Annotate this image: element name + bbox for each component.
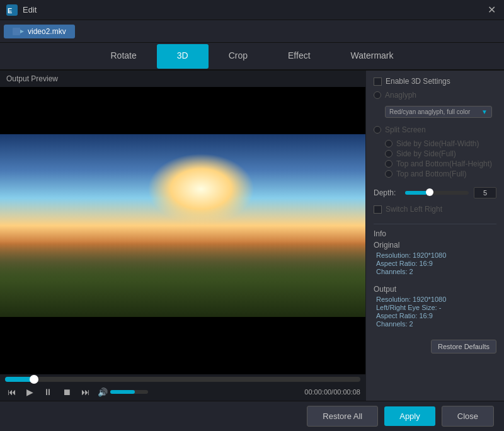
output-eye-size: Left/Right Eye Size: - [374, 304, 496, 311]
file-tab-label: video2.mkv [28, 27, 66, 36]
video-image [0, 134, 365, 317]
video-black-top [0, 87, 365, 134]
split-option-3-row: Top and Bottom(Half-Height) [385, 159, 496, 168]
main-content: Output Preview ⏮ ▶ ⏸ ⏹ ⏭ 🔊 [0, 71, 504, 401]
split-option-4-radio[interactable] [385, 170, 392, 178]
output-preview-label: Output Preview [0, 71, 365, 87]
split-option-2-label: Side by Side(Full) [396, 149, 456, 158]
video-black-bottom [0, 317, 365, 374]
original-resolution: Resolution: 1920*1080 [374, 251, 496, 259]
skip-forward-button[interactable]: ⏭ [79, 386, 93, 398]
output-resolution: Resolution: 1920*1080 [374, 296, 496, 303]
nav-tabs: Rotate 3D Crop Effect Watermark [0, 43, 504, 71]
preview-panel: Output Preview ⏮ ▶ ⏸ ⏹ ⏭ 🔊 [0, 71, 365, 401]
info-title: Info [374, 229, 496, 238]
progress-bar[interactable] [5, 377, 360, 382]
volume-bar[interactable] [110, 390, 148, 394]
split-option-3-label: Top and Bottom(Half-Height) [396, 159, 492, 168]
depth-slider-thumb[interactable] [426, 188, 433, 196]
video-file-icon [13, 28, 24, 35]
depth-slider[interactable] [405, 191, 469, 195]
file-tab[interactable]: video2.mkv [4, 25, 75, 38]
tab-effect[interactable]: Effect [268, 44, 331, 69]
anaglyph-row: Anaglyph [374, 91, 496, 100]
split-option-4-row: Top and Bottom(Full) [385, 170, 496, 178]
split-option-2-radio[interactable] [385, 150, 392, 158]
split-option-4-label: Top and Bottom(Full) [396, 170, 466, 178]
depth-slider-fill [405, 191, 427, 195]
split-screen-label: Split Screen [385, 125, 426, 134]
svg-text:E: E [8, 7, 12, 14]
split-option-1-label: Side by Side(Half-Width) [396, 139, 479, 148]
enable-3d-label: Enable 3D Settings [386, 77, 450, 86]
output-channels: Channels: 2 [374, 320, 496, 328]
progress-bar-thumb[interactable] [30, 375, 38, 384]
file-tab-bar: video2.mkv [0, 20, 504, 43]
title-bar-left: E Edit [6, 4, 37, 16]
time-display: 00:00:00/00:00:08 [304, 388, 360, 396]
tab-crop[interactable]: Crop [209, 44, 268, 69]
original-channels: Channels: 2 [374, 268, 496, 275]
split-option-1-radio[interactable] [385, 140, 392, 147]
split-option-3-radio[interactable] [385, 160, 392, 168]
title-bar: E Edit ✕ [0, 0, 504, 20]
app-icon: E [6, 4, 18, 16]
volume-icon: 🔊 [98, 388, 108, 397]
switch-left-right-label: Switch Left Right [386, 205, 442, 214]
output-section: Output Resolution: 1920*1080 Left/Right … [374, 285, 496, 328]
apply-button[interactable]: Apply [384, 406, 435, 426]
title-text: Edit [23, 5, 37, 14]
split-option-1-row: Side by Side(Half-Width) [385, 139, 496, 148]
switch-left-right-checkbox[interactable] [374, 205, 382, 214]
split-option-2-row: Side by Side(Full) [385, 149, 496, 158]
anaglyph-label: Anaglyph [385, 91, 416, 100]
output-title: Output [374, 285, 496, 294]
tab-3d[interactable]: 3D [157, 44, 209, 69]
svg-rect-2 [13, 28, 20, 35]
depth-input[interactable] [474, 187, 496, 198]
anaglyph-dropdown-row: Red/cyan anaglyph, full color ▼ [385, 106, 496, 118]
anaglyph-dropdown-value: Red/cyan anaglyph, full color [389, 108, 470, 115]
split-screen-radio[interactable] [374, 126, 381, 134]
right-panel: Enable 3D Settings Anaglyph Red/cyan ana… [365, 71, 504, 401]
volume-fill [110, 390, 135, 394]
info-section: Info Original Resolution: 1920*1080 Aspe… [374, 224, 496, 276]
restore-defaults-button[interactable]: Restore Defaults [431, 340, 496, 353]
split-options: Side by Side(Half-Width) Side by Side(Fu… [374, 139, 496, 180]
anaglyph-dropdown[interactable]: Red/cyan anaglyph, full color ▼ [385, 106, 492, 118]
output-aspect-ratio: Aspect Ratio: 16:9 [374, 312, 496, 319]
depth-label: Depth: [374, 188, 400, 197]
switch-left-right-row: Switch Left Right [374, 205, 496, 214]
tab-watermark[interactable]: Watermark [331, 44, 414, 69]
depth-row: Depth: [374, 187, 496, 198]
bottom-bar: Restore All Apply Close [0, 401, 504, 431]
video-controls: ⏮ ▶ ⏸ ⏹ ⏭ 🔊 00:00:00/00:00:08 [0, 374, 365, 401]
window-close-button[interactable]: ✕ [485, 4, 498, 16]
svg-marker-3 [20, 30, 24, 33]
original-title: Original [374, 241, 496, 250]
original-aspect-ratio: Aspect Ratio: 16:9 [374, 260, 496, 267]
split-screen-row: Split Screen [374, 125, 496, 134]
anaglyph-radio[interactable] [374, 91, 381, 99]
enable-3d-checkbox[interactable] [374, 78, 382, 86]
close-button[interactable]: Close [442, 406, 494, 427]
play-button[interactable]: ▶ [24, 386, 36, 398]
tab-rotate[interactable]: Rotate [91, 44, 157, 69]
pause-button[interactable]: ⏸ [41, 386, 55, 398]
restore-all-button[interactable]: Restore All [307, 406, 378, 427]
progress-bar-fill [5, 377, 33, 382]
volume-container: 🔊 [98, 388, 148, 397]
skip-back-button[interactable]: ⏮ [5, 386, 19, 398]
anaglyph-dropdown-chevron: ▼ [481, 108, 488, 115]
controls-row: ⏮ ▶ ⏸ ⏹ ⏭ 🔊 00:00:00/00:00:08 [5, 386, 360, 398]
enable-3d-row: Enable 3D Settings [374, 77, 496, 86]
stop-button[interactable]: ⏹ [60, 386, 74, 398]
